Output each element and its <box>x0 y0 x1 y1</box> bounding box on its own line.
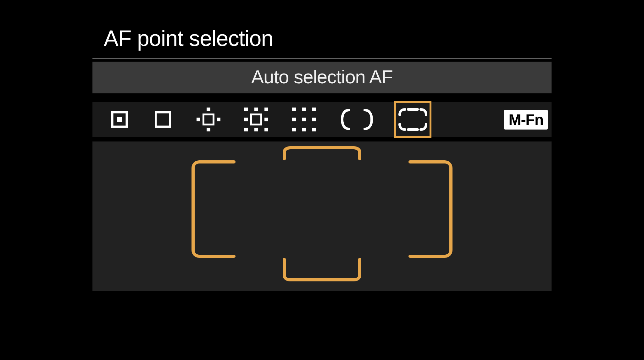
zone-af-icon[interactable] <box>289 106 319 133</box>
svg-rect-25 <box>312 128 316 131</box>
svg-rect-12 <box>264 118 268 121</box>
af-preview-area <box>92 141 552 291</box>
expand-af-cross-icon[interactable] <box>193 106 224 133</box>
title-divider <box>92 58 552 59</box>
svg-rect-17 <box>292 108 296 111</box>
screen-title: AF point selection <box>92 15 552 58</box>
svg-rect-21 <box>302 118 306 121</box>
mode-subtitle: Auto selection AF <box>92 62 552 93</box>
svg-rect-24 <box>302 128 306 131</box>
svg-rect-18 <box>302 108 306 111</box>
svg-rect-7 <box>203 114 214 125</box>
svg-rect-2 <box>156 112 170 127</box>
svg-rect-9 <box>254 108 258 111</box>
svg-rect-20 <box>292 118 296 121</box>
svg-rect-23 <box>292 128 296 131</box>
large-zone-af-icon[interactable] <box>336 106 377 133</box>
auto-selection-preview-icon <box>190 146 454 281</box>
svg-rect-8 <box>244 108 248 111</box>
af-selection-panel: AF point selection Auto selection AF <box>92 15 552 291</box>
single-point-af-icon[interactable] <box>150 106 176 133</box>
svg-rect-6 <box>207 128 210 131</box>
svg-rect-4 <box>197 118 200 121</box>
svg-rect-15 <box>264 128 268 131</box>
svg-rect-1 <box>117 117 122 122</box>
svg-rect-14 <box>254 128 258 131</box>
svg-rect-19 <box>312 108 316 111</box>
svg-rect-10 <box>264 108 268 111</box>
svg-rect-5 <box>217 118 220 121</box>
svg-rect-22 <box>312 118 316 121</box>
svg-rect-13 <box>244 128 248 131</box>
spot-af-icon[interactable] <box>106 106 133 133</box>
mfn-button[interactable]: M-Fn <box>504 110 548 130</box>
svg-rect-3 <box>207 108 210 111</box>
expand-af-surround-icon[interactable] <box>241 106 272 133</box>
svg-rect-11 <box>244 118 248 121</box>
af-mode-row: M-Fn <box>92 102 552 137</box>
auto-selection-af-icon[interactable] <box>394 101 431 138</box>
svg-rect-16 <box>251 114 261 125</box>
